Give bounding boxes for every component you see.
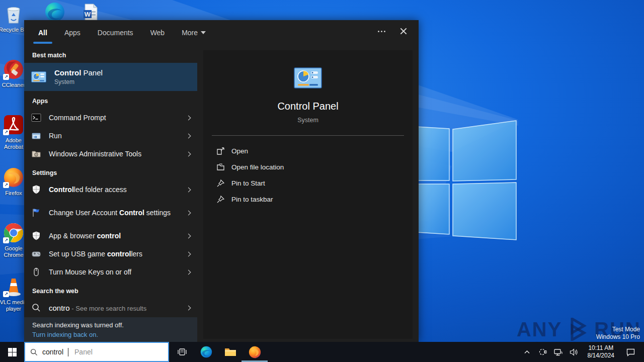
preview-divider: [212, 135, 404, 136]
close-icon[interactable]: [399, 27, 408, 35]
task-view-button[interactable]: [172, 342, 192, 362]
vlc-icon: ↗: [3, 276, 25, 298]
svg-text:W: W: [85, 11, 91, 18]
tray-network-icon[interactable]: [552, 342, 565, 362]
chevron-right-icon[interactable]: [186, 305, 191, 310]
tray-session-icon[interactable]: [537, 342, 549, 362]
action-center-icon: [626, 347, 635, 357]
action-pin-to-start[interactable]: Pin to Start: [216, 175, 413, 191]
clock-time: 10:11 AM: [588, 344, 614, 352]
search-icon: [31, 303, 41, 313]
apps-section-header: Apps: [24, 91, 197, 109]
desktop-icon-word-doc[interactable]: W: [80, 3, 101, 21]
chevron-up-icon: [524, 349, 530, 355]
action-open[interactable]: Open: [216, 143, 413, 159]
chevron-right-icon[interactable]: [186, 233, 191, 238]
action-label: Open file location: [231, 163, 284, 171]
action-open-file-location[interactable]: Open file location: [216, 159, 413, 175]
web-section-header: Search the web: [24, 281, 197, 299]
tab-all[interactable]: All: [37, 26, 48, 40]
desktop-icon-ccleaner[interactable]: ↗ CCleaner: [0, 58, 27, 88]
desktop-screen: Recycle Bin ↗ CCleaner ↗ Adobe Acrobat: [0, 0, 644, 362]
open-icon: [216, 147, 225, 155]
folder-location-icon: [216, 163, 225, 171]
tab-documents[interactable]: Documents: [97, 26, 134, 40]
taskbar-file-explorer-button[interactable]: [220, 342, 240, 362]
chevron-right-icon[interactable]: [186, 151, 191, 156]
control-panel-icon-large: [294, 67, 322, 88]
result-controlled-folder-access[interactable]: Controlled folder access: [24, 180, 197, 199]
tray-show-hidden-icons[interactable]: [521, 342, 533, 362]
search-tabs: All Apps Documents Web More: [24, 20, 419, 45]
result-label: Command Prompt: [49, 114, 179, 122]
adobe-acrobat-icon: ↗: [3, 114, 25, 136]
best-match-title: Control Panel: [54, 68, 103, 77]
result-app-browser-control[interactable]: App & browser control: [24, 227, 197, 245]
speaker-icon: [569, 347, 579, 357]
desktop-icon-adobe-acrobat[interactable]: ↗ Adobe Acrobat: [0, 114, 27, 150]
shortcut-arrow-icon: ↗: [3, 291, 9, 297]
ccleaner-icon: ↗: [3, 58, 25, 80]
text-cursor: [68, 348, 68, 356]
best-match-control-panel[interactable]: Control Panel System: [24, 63, 197, 91]
tab-all-label: All: [38, 29, 47, 37]
shortcut-arrow-icon: ↗: [3, 182, 9, 188]
desktop-icon-vlc[interactable]: ↗ VLC media player: [0, 276, 27, 312]
taskbar-edge-button[interactable]: [196, 342, 216, 362]
shortcut-arrow-icon: ↗: [3, 74, 9, 80]
chevron-right-icon[interactable]: [186, 269, 191, 275]
chevron-right-icon[interactable]: [186, 115, 191, 120]
tab-web-label: Web: [150, 29, 165, 37]
shortcut-arrow-icon: ↗: [3, 129, 9, 135]
result-windows-admin-tools[interactable]: Windows Administrative Tools: [24, 145, 197, 163]
task-view-icon: [177, 347, 187, 357]
action-label: Open: [231, 147, 248, 155]
tab-more-label: More: [182, 29, 198, 37]
result-command-prompt[interactable]: Command Prompt: [24, 109, 197, 127]
tab-web[interactable]: Web: [149, 26, 166, 40]
ethernet-network-icon: [553, 347, 563, 357]
mouse-icon: [31, 267, 41, 277]
action-pin-to-taskbar[interactable]: Pin to taskbar: [216, 191, 413, 207]
desktop-icon-google-chrome[interactable]: ↗ Google Chrome: [0, 222, 27, 258]
result-label: Set up USB game controllers: [49, 250, 179, 258]
recycle-bin-icon: [3, 3, 25, 25]
search-typed-text: control: [42, 348, 63, 356]
watermark-os: Windows 10 Pro: [535, 333, 640, 341]
chevron-right-icon[interactable]: [186, 133, 191, 138]
control-panel-icon: [31, 71, 46, 82]
start-button[interactable]: [0, 342, 24, 362]
chevron-right-icon[interactable]: [186, 251, 191, 256]
desktop-icon-recycle-bin[interactable]: Recycle Bin: [0, 3, 27, 33]
more-options-icon[interactable]: [377, 28, 386, 35]
result-mouse-keys[interactable]: Turn Mouse Keys on or off: [24, 263, 197, 281]
action-center-button[interactable]: [622, 342, 639, 362]
google-chrome-icon: ↗: [3, 222, 25, 244]
tab-apps[interactable]: Apps: [63, 26, 82, 40]
taskbar-firefox-button[interactable]: [245, 342, 265, 362]
result-change-uac-settings[interactable]: Change User Account Control settings: [24, 199, 197, 227]
pin-icon: [216, 179, 225, 188]
desktop-icon-firefox[interactable]: ↗ Firefox: [0, 166, 27, 197]
tab-documents-label: Documents: [98, 29, 133, 37]
admin-tools-icon: [31, 149, 41, 159]
result-label: contro - See more search results: [49, 304, 179, 312]
windows-logo-icon: [8, 348, 17, 356]
result-web-search[interactable]: contro - See more search results: [24, 299, 197, 317]
windows-search-flyout: All Apps Documents Web More Best match: [24, 20, 419, 342]
taskbar-search-input[interactable]: control Panel: [24, 342, 169, 362]
taskbar-clock[interactable]: 10:11 AM 8/14/2024: [584, 344, 618, 359]
tray-volume-icon[interactable]: [568, 342, 580, 362]
system-tray: 10:11 AM 8/14/2024: [521, 342, 644, 362]
action-label: Pin to Start: [231, 179, 265, 187]
shield-icon: [31, 231, 41, 241]
remote-session-icon: [538, 347, 547, 356]
search-icon: [30, 348, 38, 356]
chevron-right-icon[interactable]: [186, 210, 191, 215]
result-run[interactable]: Run: [24, 127, 197, 145]
tab-more[interactable]: More: [181, 26, 207, 40]
result-usb-game-controllers[interactable]: Set up USB game controllers: [24, 245, 197, 263]
search-suggestion-text: Panel: [74, 348, 93, 356]
chevron-right-icon[interactable]: [186, 187, 191, 192]
indexing-notice-link[interactable]: Turn indexing back on.: [32, 330, 189, 339]
